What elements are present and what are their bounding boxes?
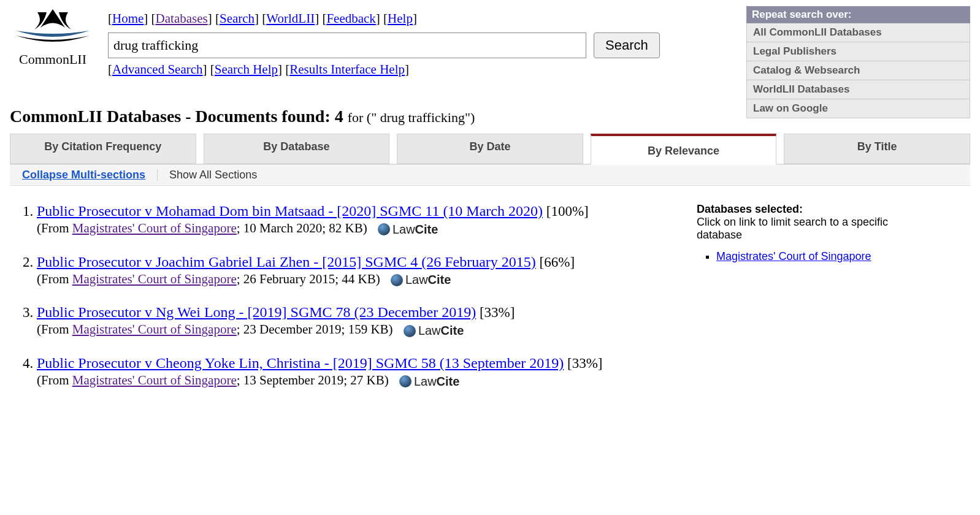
search-button[interactable]: Search xyxy=(594,32,660,58)
lawcite-link[interactable]: LawCite xyxy=(391,273,451,287)
repeat-search-heading: Repeat search over: xyxy=(746,6,970,23)
result-item: Public Prosecutor v Ng Wei Long - [2019]… xyxy=(37,304,691,338)
databases-selected-sub: Click on link to limit search to a speci… xyxy=(697,216,930,242)
tab-relevance[interactable]: By Relevance xyxy=(591,134,777,165)
lawcite-link[interactable]: LawCite xyxy=(378,223,438,237)
logo-text: CommonLII xyxy=(10,52,96,67)
result-from: (From xyxy=(37,373,72,387)
nav-databases[interactable]: Databases xyxy=(156,11,208,26)
tab-date[interactable]: By Date xyxy=(397,134,583,164)
heading-suffix: for (" drug trafficking") xyxy=(348,110,475,125)
result-item: Public Prosecutor v Cheong Yoke Lin, Chr… xyxy=(37,355,691,389)
commonlii-logo-icon xyxy=(10,6,96,49)
repeat-item-all-commonlii[interactable]: All CommonLII Databases xyxy=(746,23,970,42)
result-score: [100%] xyxy=(546,204,589,219)
databases-selected-heading: Databases selected: xyxy=(697,203,930,216)
result-from: (From xyxy=(37,221,72,235)
result-title-link[interactable]: Public Prosecutor v Mohamad Dom bin Mats… xyxy=(37,203,543,219)
repeat-search-panel: Repeat search over: All CommonLII Databa… xyxy=(746,6,970,118)
search-help-link[interactable]: Search Help xyxy=(215,62,278,77)
result-score: [33%] xyxy=(567,356,602,371)
lawcite-link[interactable]: LawCite xyxy=(399,375,460,389)
result-title-link[interactable]: Public Prosecutor v Joachim Gabriel Lai … xyxy=(37,254,536,270)
sort-tabs: By Citation Frequency By Database By Dat… xyxy=(10,134,970,165)
globe-icon xyxy=(399,375,412,387)
result-from: (From xyxy=(37,272,72,286)
logo[interactable]: CommonLII xyxy=(10,6,96,67)
section-controls: Collapse Multi-sections Show All Section… xyxy=(10,165,970,186)
result-db-link[interactable]: Magistrates' Court of Singapore xyxy=(72,373,237,387)
result-item: Public Prosecutor v Joachim Gabriel Lai … xyxy=(37,254,691,288)
advanced-search-link[interactable]: Advanced Search xyxy=(112,62,203,77)
database-filter-link[interactable]: Magistrates' Court of Singapore xyxy=(716,250,871,262)
show-all-sections[interactable]: Show All Sections xyxy=(169,169,257,181)
globe-icon xyxy=(404,325,416,337)
result-db-link[interactable]: Magistrates' Court of Singapore xyxy=(72,322,237,337)
databases-selected-panel: Databases selected: Click on link to lim… xyxy=(697,203,930,406)
globe-icon xyxy=(391,274,403,286)
result-item: Public Prosecutor v Mohamad Dom bin Mats… xyxy=(37,203,691,237)
repeat-item-law-google[interactable]: Law on Google xyxy=(746,99,970,118)
nav-worldlii[interactable]: WorldLII xyxy=(266,11,315,26)
tab-title[interactable]: By Title xyxy=(784,134,970,164)
nav-home[interactable]: Home xyxy=(112,11,144,26)
result-score: [33%] xyxy=(480,305,515,320)
tab-citation-frequency[interactable]: By Citation Frequency xyxy=(10,134,196,164)
search-input[interactable] xyxy=(108,32,586,58)
heading-count: 4 xyxy=(335,107,343,126)
result-from: (From xyxy=(37,322,72,337)
collapse-multi-sections-link[interactable]: Collapse Multi-sections xyxy=(22,169,145,181)
results-interface-help-link[interactable]: Results Interface Help xyxy=(289,62,405,77)
result-meta: ; 23 December 2019; 159 KB) xyxy=(237,322,393,337)
nav-help[interactable]: Help xyxy=(388,11,413,26)
repeat-item-worldlii[interactable]: WorldLII Databases xyxy=(746,80,970,99)
nav-search[interactable]: Search xyxy=(220,11,255,26)
lawcite-link[interactable]: LawCite xyxy=(404,324,464,338)
result-meta: ; 26 February 2015; 44 KB) xyxy=(237,272,380,286)
result-title-link[interactable]: Public Prosecutor v Ng Wei Long - [2019]… xyxy=(37,304,476,320)
result-db-link[interactable]: Magistrates' Court of Singapore xyxy=(72,272,237,286)
search-sublinks: [Advanced Search] [Search Help] [Results… xyxy=(108,62,672,77)
repeat-item-catalog-websearch[interactable]: Catalog & Websearch xyxy=(746,61,970,80)
result-meta: ; 10 March 2020; 82 KB) xyxy=(237,221,367,235)
top-nav: [Home] [Databases] [Search] [WorldLII] [… xyxy=(108,11,672,26)
result-score: [66%] xyxy=(540,254,575,270)
repeat-item-legal-publishers[interactable]: Legal Publishers xyxy=(746,42,970,61)
heading-prefix: CommonLII Databases - Documents found: xyxy=(10,107,335,126)
result-title-link[interactable]: Public Prosecutor v Cheong Yoke Lin, Chr… xyxy=(37,355,564,371)
globe-icon xyxy=(378,223,390,235)
result-meta: ; 13 September 2019; 27 KB) xyxy=(237,373,389,387)
nav-feedback[interactable]: Feedback xyxy=(326,11,375,26)
result-db-link[interactable]: Magistrates' Court of Singapore xyxy=(72,221,237,235)
results-list: Public Prosecutor v Mohamad Dom bin Mats… xyxy=(37,203,691,389)
tab-database[interactable]: By Database xyxy=(204,134,390,164)
